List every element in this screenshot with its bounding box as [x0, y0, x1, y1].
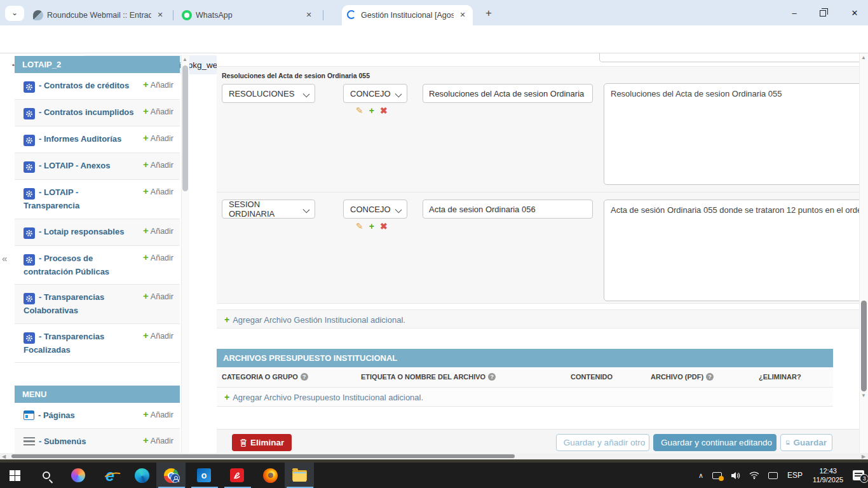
close-window-button[interactable]: ✕	[845, 8, 864, 19]
add-presupuesto-link[interactable]: +Agregar Archivo Presupuesto Institucion…	[224, 393, 423, 402]
scroll-down-icon[interactable]: ▼	[861, 393, 866, 398]
tab-whatsapp[interactable]: WhatsApp ✕	[177, 5, 319, 25]
scroll-up-icon[interactable]: ▲	[182, 57, 187, 62]
delete-icon[interactable]: ✖	[380, 105, 393, 116]
add-link[interactable]: +Añadir	[143, 186, 173, 196]
save-and-continue-button[interactable]: Guardar y continuar editando	[653, 434, 776, 451]
sidebar-item-link[interactable]: - Contratos de créditos	[39, 81, 129, 90]
copilot-button[interactable]	[64, 463, 93, 488]
sidebar-item-link[interactable]: - Transparencias Focalizadas	[24, 332, 104, 355]
display-icon[interactable]	[768, 472, 778, 479]
add-link[interactable]: +Añadir	[143, 79, 173, 90]
file-name-input[interactable]	[423, 200, 593, 219]
close-tab-icon[interactable]: ✕	[304, 10, 314, 20]
help-icon[interactable]: ?	[706, 373, 714, 381]
category-select[interactable]: RESOLUCIONES	[222, 84, 315, 103]
save-button[interactable]: Guardar	[780, 434, 832, 451]
trash-icon	[240, 438, 247, 447]
partial-input-above[interactable]	[599, 53, 859, 62]
scroll-right-icon[interactable]: ▶	[862, 454, 865, 459]
vertical-scrollbar-thumb[interactable]	[861, 301, 867, 391]
add-icon[interactable]: +	[369, 221, 380, 231]
minimize-button[interactable]: –	[785, 8, 804, 19]
row-label: Resoluciones del Acta de sesion Ordinari…	[222, 72, 370, 79]
add-link[interactable]: +Añadir	[143, 290, 173, 301]
content-textarea[interactable]: Acta de sesión Ordinaria 055 donde se tr…	[604, 200, 859, 301]
sidebar-item-link[interactable]: - Lotaip responsables	[39, 227, 124, 236]
acrobat-button[interactable]	[222, 463, 252, 488]
add-icon[interactable]: +	[369, 105, 380, 116]
category-select[interactable]: SESION ORDINARIA	[222, 200, 315, 219]
tab-gestion-institucional[interactable]: Gestión Institucional [Agosto-2 ✕	[342, 5, 473, 25]
sidebar-item-link[interactable]: - Transparencias Colaborativas	[24, 292, 104, 315]
plus-icon: +	[143, 435, 149, 445]
outlook-button[interactable]: o	[189, 463, 219, 488]
firefox-button[interactable]	[255, 463, 285, 488]
add-link[interactable]: +Añadir	[143, 252, 173, 262]
tab-roundcube[interactable]: Roundcube Webmail :: Entrada ✕	[28, 5, 170, 25]
tab-search-button[interactable]: ⌄	[5, 6, 24, 21]
add-link[interactable]: +Añadir	[143, 409, 173, 419]
sidebar-scrollbar-thumb[interactable]	[182, 65, 188, 191]
delete-button[interactable]: Eliminar	[232, 434, 292, 451]
group-select[interactable]: CONCEJO	[343, 200, 407, 219]
column-header: ETIQUETA O NOMBRE DEL ARCHIVO?	[361, 373, 496, 381]
delete-icon[interactable]: ✖	[380, 221, 393, 231]
close-tab-icon[interactable]: ✕	[458, 10, 468, 20]
tab-strip: ⌄ Roundcube Webmail :: Entrada ✕ WhatsAp…	[0, 0, 868, 25]
sidebar-item-link[interactable]: - Contratos incumplidos	[39, 107, 134, 117]
edit-icon[interactable]: ✎	[356, 221, 369, 231]
taskbar-search-button[interactable]	[32, 463, 61, 488]
row-actions: ✎+✖	[356, 105, 393, 116]
content-textarea[interactable]: Resoluciones del Acta de sesion Ordinari…	[604, 83, 859, 185]
new-tab-button[interactable]: +	[481, 6, 496, 22]
system-tray: ∧ ESP 12:43 11/9/2025 3	[694, 463, 868, 488]
help-icon[interactable]: ?	[301, 373, 308, 381]
maximize-button[interactable]	[820, 10, 826, 17]
edge-button[interactable]	[127, 463, 156, 488]
scroll-up-icon[interactable]: ▲	[861, 55, 866, 60]
start-button[interactable]	[0, 463, 29, 488]
add-gestion-link[interactable]: +Agregar Archivo Gestión Institucional a…	[224, 315, 405, 325]
add-link[interactable]: +Añadir	[143, 159, 173, 170]
wifi-icon[interactable]	[749, 471, 759, 479]
chrome-button[interactable]	[156, 463, 186, 488]
edit-icon[interactable]: ✎	[356, 105, 369, 116]
tab-title: WhatsApp	[196, 11, 300, 20]
sidebar-item-link[interactable]: - Submenús	[39, 437, 86, 446]
sidebar-module-header: LOTAIP_2	[15, 56, 180, 73]
add-link[interactable]: +Añadir	[143, 330, 173, 341]
add-row-band: +Agregar Archivo Gestión Institucional a…	[217, 309, 859, 329]
file-name-input[interactable]	[423, 84, 593, 103]
volume-icon[interactable]	[731, 471, 740, 480]
sidebar-item: - Transparencias Colaborativas +Añadir	[15, 285, 180, 324]
add-link[interactable]: +Añadir	[143, 225, 173, 236]
sidebar-item-link[interactable]: - Informes Auditorías	[39, 134, 121, 144]
notification-center-button[interactable]: 3	[853, 470, 864, 480]
add-link[interactable]: +Añadir	[143, 105, 173, 116]
add-link[interactable]: +Añadir	[143, 132, 173, 143]
sidebar-item-link[interactable]: - Páginas	[38, 410, 75, 420]
close-tab-icon[interactable]: ✕	[155, 10, 165, 20]
sidebar-item-link[interactable]: - LOTAIP - Anexos	[39, 161, 110, 170]
clock[interactable]: 12:43 11/9/2025	[813, 466, 843, 484]
sidebar-collapse-icon[interactable]: «	[2, 253, 7, 264]
scroll-left-icon[interactable]: ◀	[2, 454, 6, 459]
whatsapp-favicon	[182, 10, 192, 20]
tab-title: Gestión Institucional [Agosto-2	[361, 11, 454, 20]
horizontal-scrollbar-thumb[interactable]	[11, 454, 515, 458]
roundcube-favicon	[33, 10, 43, 20]
sidebar-item-link[interactable]: - Procesos de contratación Públicas	[24, 254, 109, 276]
section-header: ARCHIVOS PRESUPUESTO INSTITUCIONAL	[217, 349, 833, 367]
internet-explorer-button[interactable]: e	[95, 463, 125, 488]
sidebar-item: - LOTAIP - Transparencia +Añadir	[15, 180, 180, 219]
add-link[interactable]: +Añadir	[143, 435, 173, 445]
help-icon[interactable]: ?	[488, 373, 496, 381]
save-and-add-button[interactable]: Guardar y añadir otro	[556, 434, 649, 451]
language-indicator[interactable]: ESP	[787, 471, 803, 480]
group-select[interactable]: CONCEJO	[343, 84, 407, 103]
chrome-profile-badge	[170, 473, 180, 483]
remote-session-icon[interactable]	[712, 472, 722, 479]
tray-expand-icon[interactable]: ∧	[698, 471, 703, 480]
file-explorer-button[interactable]	[285, 463, 314, 488]
